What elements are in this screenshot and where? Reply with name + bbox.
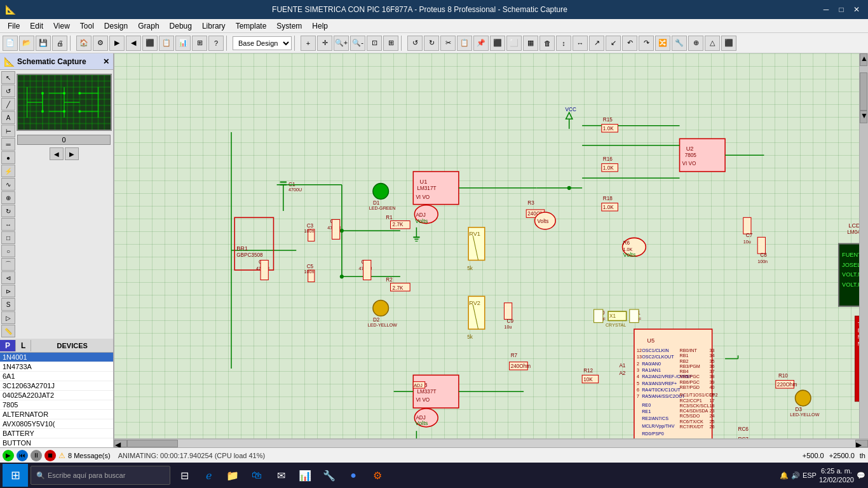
menu-view[interactable]: View: [48, 20, 75, 32]
device-item[interactable]: 1N4001: [0, 353, 113, 362]
script-tool[interactable]: S: [1, 298, 15, 311]
paste-btn12[interactable]: 🔀: [655, 36, 670, 51]
sim-tool[interactable]: ▷: [1, 311, 15, 324]
scroll-vthumb[interactable]: [860, 72, 867, 111]
nav-right-button[interactable]: ▶: [65, 147, 79, 160]
paste-btn9[interactable]: ↙: [606, 36, 621, 51]
pause-button[interactable]: ⏸: [31, 450, 42, 461]
toolbar-btn7[interactable]: 📊: [175, 36, 191, 51]
toolbar-btn4[interactable]: ◀: [126, 36, 141, 51]
p-tab[interactable]: P: [0, 340, 16, 351]
nav-left-button[interactable]: ◀: [50, 147, 64, 160]
menu-help[interactable]: Help: [307, 20, 333, 32]
taskview-button[interactable]: ⊟: [173, 464, 196, 487]
menu-debug[interactable]: Debug: [165, 20, 197, 32]
power-tool[interactable]: ⚡: [1, 165, 15, 177]
zoom-area-button[interactable]: ⊞: [383, 36, 398, 51]
language-indicator[interactable]: ESP: [803, 471, 817, 479]
cross-button[interactable]: ✛: [317, 36, 332, 51]
device-item[interactable]: BATTERY: [0, 429, 113, 438]
rotate-tool[interactable]: ↻: [1, 205, 15, 217]
menu-design[interactable]: Design: [99, 20, 133, 32]
device-item[interactable]: 04025A220JAT2: [0, 391, 113, 400]
menu-library[interactable]: Library: [197, 20, 231, 32]
print-button[interactable]: 🖨: [52, 36, 67, 51]
copy-button[interactable]: 📋: [457, 36, 472, 51]
toolbar-btn2[interactable]: ⚙: [93, 36, 108, 51]
paste-btn5[interactable]: 🗑: [539, 36, 555, 51]
open-button[interactable]: 📂: [19, 36, 34, 51]
device-item[interactable]: 7805: [0, 400, 113, 410]
output-tool[interactable]: ⊳: [1, 285, 15, 297]
l-tab[interactable]: L: [16, 340, 31, 351]
probe-tool[interactable]: ⊕: [1, 191, 15, 204]
menu-template[interactable]: Template: [231, 20, 272, 32]
app1-icon[interactable]: 📊: [294, 464, 316, 487]
toolbar-btn3[interactable]: ▶: [109, 36, 125, 51]
input-tool[interactable]: ⊲: [1, 271, 15, 284]
scroll-right-button[interactable]: ▶: [855, 440, 868, 447]
taskbar-search-box[interactable]: 🔍 Escribe aquí para buscar: [31, 466, 170, 485]
menu-system[interactable]: System: [271, 20, 307, 32]
paste-btn14[interactable]: ⊕: [688, 36, 703, 51]
paste-btn4[interactable]: ▦: [523, 36, 538, 51]
menu-edit[interactable]: Edit: [25, 20, 48, 32]
virtual-tool[interactable]: ∿: [1, 178, 15, 191]
paste-button[interactable]: 📌: [473, 36, 489, 51]
scroll-track[interactable]: [127, 440, 855, 447]
bus-tool[interactable]: ═: [1, 138, 15, 151]
wire-tool[interactable]: ╱: [1, 98, 15, 111]
arc-tool[interactable]: ⌒: [1, 258, 15, 271]
junction-tool[interactable]: ●: [1, 151, 15, 164]
close-button[interactable]: ✕: [850, 4, 863, 15]
paste-btn11[interactable]: ↷: [639, 36, 654, 51]
menu-file[interactable]: File: [3, 20, 25, 32]
toolbar-btn8[interactable]: ⊞: [192, 36, 207, 51]
circle-tool[interactable]: ○: [1, 245, 15, 257]
cut-button[interactable]: ✂: [440, 36, 456, 51]
start-button[interactable]: ⊞: [3, 464, 28, 487]
device-item[interactable]: 3C12063A2701J: [0, 381, 113, 391]
step-button[interactable]: ⏮: [17, 450, 28, 461]
paste-btn3[interactable]: ⬜: [506, 36, 522, 51]
undo-tool[interactable]: ↺: [1, 85, 15, 97]
paste-btn15[interactable]: △: [705, 36, 720, 51]
zoom-fit-button[interactable]: ⊡: [367, 36, 382, 51]
device-item[interactable]: 6A1: [0, 372, 113, 381]
vertical-scrollbar[interactable]: ▲ ▼: [859, 53, 868, 438]
text-tool[interactable]: A: [1, 111, 15, 124]
device-item[interactable]: BUTTON: [0, 438, 113, 447]
measure-tool[interactable]: 📏: [1, 325, 15, 337]
tab-close-button[interactable]: ✕: [103, 57, 109, 66]
redo-toolbar-button[interactable]: ↻: [424, 36, 439, 51]
paste-btn10[interactable]: ↶: [622, 36, 637, 51]
scroll-thumb[interactable]: [127, 440, 178, 447]
app2-icon[interactable]: 🔧: [318, 464, 341, 487]
help-button[interactable]: ?: [208, 36, 224, 51]
scroll-up-button[interactable]: ▲: [860, 53, 867, 66]
zoom-out-button[interactable]: 🔍-: [350, 36, 365, 51]
paste-btn16[interactable]: ⬛: [721, 36, 736, 51]
mirror-tool[interactable]: ↔: [1, 218, 15, 231]
minimize-button[interactable]: ─: [820, 4, 832, 15]
box-tool[interactable]: □: [1, 231, 15, 244]
notification-button[interactable]: 💬: [857, 471, 865, 480]
paste-btn2[interactable]: ⬛: [490, 36, 505, 51]
store-icon[interactable]: 🛍: [245, 464, 268, 487]
paste-btn7[interactable]: ↔: [573, 36, 588, 51]
scroll-left-button[interactable]: ◀: [114, 440, 127, 447]
zoom-in-button[interactable]: 🔍+: [334, 36, 349, 51]
play-button[interactable]: ▶: [3, 450, 14, 461]
paste-btn13[interactable]: 🔧: [672, 36, 687, 51]
edge-icon[interactable]: ℯ: [197, 464, 220, 487]
app3-icon[interactable]: ⚙: [366, 464, 389, 487]
horizontal-scrollbar[interactable]: ◀ ▶: [114, 438, 868, 447]
stop-button[interactable]: ⏹: [44, 450, 56, 461]
device-item[interactable]: AVX0805Y5V10(: [0, 419, 113, 429]
scroll-vtrack[interactable]: [860, 72, 867, 111]
design-dropdown[interactable]: Base Design: [233, 36, 292, 50]
mail-icon[interactable]: ✉: [269, 464, 292, 487]
device-item[interactable]: ALTERNATOR: [0, 410, 113, 419]
explorer-icon[interactable]: 📁: [221, 464, 244, 487]
save-button[interactable]: 💾: [36, 36, 51, 51]
